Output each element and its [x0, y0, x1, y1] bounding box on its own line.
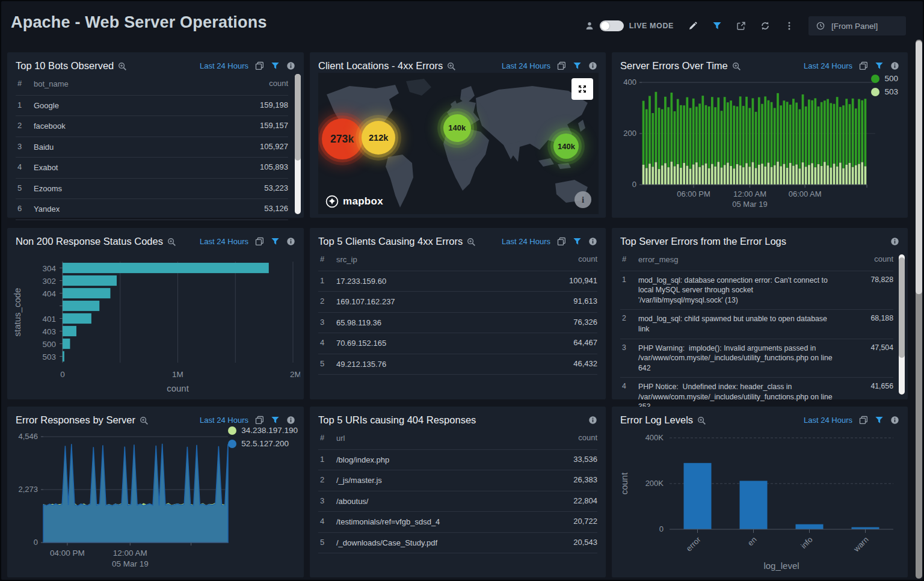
scrollbar-thumb[interactable]	[916, 41, 922, 294]
legend-color-dot	[228, 440, 236, 448]
table-cell: 41,656	[846, 382, 893, 390]
live-mode-toggle[interactable]	[600, 20, 624, 31]
zoom-in-icon[interactable]	[167, 238, 176, 247]
filter-funnel-icon[interactable]	[875, 61, 884, 70]
map-bubble[interactable]: 140k	[443, 114, 471, 142]
copy-icon[interactable]	[859, 61, 868, 70]
kebab-menu-icon[interactable]	[784, 21, 794, 31]
live-mode-label: LIVE MODE	[629, 22, 674, 30]
info-icon[interactable]	[890, 237, 899, 246]
copy-icon[interactable]	[859, 416, 868, 425]
legend-item[interactable]: 34.238.197.190	[228, 426, 298, 435]
zoom-in-icon[interactable]	[118, 62, 127, 71]
world-map[interactable]: mapbox i 273k212k140k140k	[318, 73, 599, 214]
table-row: 3Baidu105,927	[16, 137, 288, 158]
legend-item[interactable]: 52.5.127.200	[228, 439, 289, 448]
table-cell: mod_log_sql: database connection error: …	[638, 275, 846, 306]
panel-title: Non 200 Response Status Codes	[16, 236, 163, 247]
table-row: 4/testimonials/ref=vfgb_sdsd_420,722	[318, 512, 597, 533]
copy-icon[interactable]	[255, 416, 264, 425]
panel-top-server-errors: Top Server Errors from the Error Logs # …	[612, 228, 908, 399]
share-icon[interactable]	[736, 21, 746, 31]
table-cell: 3	[318, 496, 336, 505]
map-info-button[interactable]: i	[574, 191, 591, 208]
info-icon[interactable]	[890, 61, 899, 70]
table-scrollbar[interactable]	[295, 74, 301, 214]
scrollbar-thumb[interactable]	[295, 74, 301, 161]
zoom-in-icon[interactable]	[467, 238, 476, 247]
table-cell: 49.212.135.76	[336, 359, 550, 370]
table-row: 2169.107.162.23791,613	[318, 292, 597, 313]
info-icon[interactable]	[890, 416, 899, 425]
table-row: 365.98.119.3676,326	[318, 313, 597, 334]
svg-text:200: 200	[623, 129, 636, 138]
copy-icon[interactable]	[557, 237, 566, 246]
panel-top-uris: Top 5 URIs causing 404 Responses # url c…	[310, 407, 606, 577]
server-errors-chart: 020040006:00 PM12:00 AM05 Mar 1906:00 AM	[614, 73, 904, 215]
dashboard-header: Apache - Web Server Operations LIVE MODE…	[1, 1, 923, 52]
panel-time-range[interactable]: Last 24 Hours	[502, 61, 550, 70]
expand-icon	[578, 84, 587, 94]
legend-item[interactable]: 503	[871, 87, 898, 96]
table-cell: 17.233.159.60	[336, 276, 550, 287]
map-expand-button[interactable]	[571, 78, 593, 100]
legend-color-dot	[228, 426, 236, 435]
page-scrollbar[interactable]	[916, 40, 922, 579]
table-cell: 3	[16, 142, 34, 151]
edit-pencil-icon[interactable]	[688, 21, 698, 31]
svg-text:4,546: 4,546	[18, 432, 38, 441]
zoom-in-icon[interactable]	[140, 416, 149, 425]
table-row: 470.69.152.16564,467	[318, 333, 597, 354]
table-cell: /_js/master.js	[336, 475, 550, 486]
refresh-icon[interactable]	[760, 21, 770, 31]
svg-text:302: 302	[42, 277, 56, 286]
time-range-input[interactable]: [From Panel]	[808, 16, 906, 35]
table-cell: 5	[318, 359, 336, 368]
panel-time-range[interactable]: Last 24 Hours	[502, 237, 550, 246]
map-bubble[interactable]: 212k	[362, 121, 395, 155]
filter-funnel-icon[interactable]	[573, 237, 582, 246]
zoom-in-icon[interactable]	[697, 416, 706, 425]
info-icon[interactable]	[286, 237, 295, 246]
copy-icon[interactable]	[255, 61, 264, 70]
table-cell: 91,613	[550, 297, 597, 306]
mapbox-logo[interactable]: mapbox	[325, 195, 383, 208]
panel-time-range[interactable]: Last 24 Hours	[200, 237, 248, 246]
table-cell: 1	[318, 276, 336, 285]
filter-funnel-icon[interactable]	[573, 61, 582, 70]
legend-item[interactable]: 500	[871, 74, 898, 83]
filter-funnel-icon[interactable]	[712, 21, 722, 31]
table-cell: 47,504	[846, 343, 893, 352]
copy-icon[interactable]	[255, 237, 264, 246]
info-icon[interactable]	[286, 416, 295, 425]
table-cell: Exabot	[34, 162, 241, 173]
copy-icon[interactable]	[557, 61, 566, 70]
info-icon[interactable]	[286, 61, 295, 70]
table-cell: 46,432	[550, 359, 597, 368]
table-cell: 53,126	[241, 204, 288, 213]
user-icon[interactable]	[585, 21, 594, 31]
filter-funnel-icon[interactable]	[271, 416, 280, 425]
table-header: # src_ip count	[318, 251, 597, 271]
bots-table: # bot_name count 1Google159,1982facebook…	[16, 75, 288, 220]
table-scrollbar[interactable]	[899, 254, 905, 395]
zoom-in-icon[interactable]	[447, 62, 456, 71]
table-cell: 70.69.152.165	[336, 338, 550, 349]
panel-time-range[interactable]: Last 24 Hours	[200, 416, 248, 425]
panel-time-range[interactable]: Last 24 Hours	[804, 61, 852, 70]
map-bubble[interactable]: 140k	[553, 134, 579, 159]
info-icon[interactable]	[588, 237, 597, 246]
zoom-in-icon[interactable]	[732, 62, 741, 71]
filter-funnel-icon[interactable]	[875, 416, 884, 425]
panel-time-range[interactable]: Last 24 Hours	[200, 61, 248, 70]
panel-time-range[interactable]: Last 24 Hours	[804, 416, 852, 425]
table-cell: facebook	[34, 121, 241, 132]
table-row: 1mod_log_sql: database connection error:…	[620, 271, 893, 310]
scrollbar-thumb[interactable]	[899, 257, 905, 358]
filter-funnel-icon[interactable]	[271, 237, 280, 246]
info-icon[interactable]	[588, 61, 597, 70]
map-bubble[interactable]: 273k	[322, 118, 363, 159]
table-cell: 169.107.162.237	[336, 297, 550, 307]
info-icon[interactable]	[588, 416, 597, 425]
filter-funnel-icon[interactable]	[271, 61, 280, 70]
